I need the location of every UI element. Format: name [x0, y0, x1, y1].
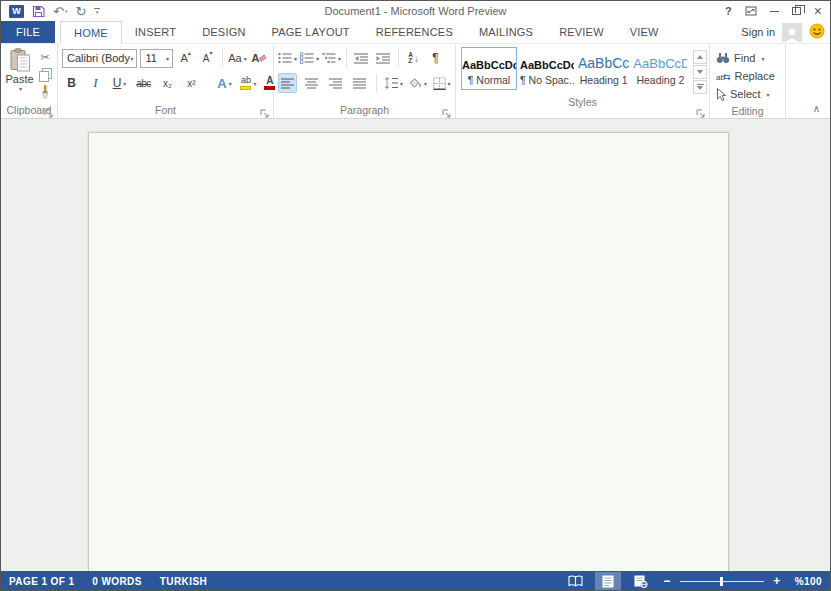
tab-home[interactable]: HOME [60, 21, 122, 44]
style-no-spacing[interactable]: AaBbCcDc ¶ No Spac... [519, 47, 575, 90]
collapse-ribbon-button[interactable]: ∧ [813, 103, 820, 114]
tab-review[interactable]: REVIEW [546, 21, 617, 43]
multilevel-list-button[interactable]: ▾ [322, 48, 341, 68]
close-button[interactable]: × [814, 6, 822, 17]
style-preview: AaBbCcD [633, 56, 687, 71]
style-heading-2[interactable]: AaBbCcD Heading 2 [632, 47, 688, 90]
dialog-launcher-icon [442, 109, 452, 119]
styles-scroll-down-button[interactable] [693, 65, 707, 79]
word-logo-icon[interactable]: W [9, 5, 24, 18]
web-layout-button[interactable] [628, 572, 654, 590]
style-heading-1[interactable]: AaBbCc Heading 1 [577, 47, 630, 90]
document-canvas [1, 119, 830, 571]
document-page[interactable] [88, 132, 729, 571]
align-center-button[interactable] [302, 73, 321, 93]
shading-button[interactable]: ▾ [408, 73, 427, 93]
tab-mailings[interactable]: MAILINGS [466, 21, 546, 43]
replace-button[interactable]: ab⇆ Replace [714, 67, 781, 85]
align-left-button[interactable] [278, 73, 297, 93]
font-name-combo[interactable]: Calibri (Body) ▾ [62, 49, 137, 68]
text-effects-letter: A [217, 76, 226, 91]
styles-scroll-up-button[interactable] [693, 50, 707, 64]
superscript-button[interactable]: x² [182, 73, 201, 93]
borders-button[interactable]: ▾ [432, 73, 451, 93]
avatar[interactable] [782, 23, 802, 42]
customize-qat-button[interactable]: ▾ [94, 8, 100, 14]
tab-design[interactable]: DESIGN [189, 21, 258, 43]
italic-button[interactable]: I [86, 73, 105, 93]
tab-view[interactable]: VIEW [617, 21, 672, 43]
paste-button[interactable]: Paste ▾ [5, 48, 34, 102]
undo-button[interactable]: ↶ ▾ [53, 5, 67, 18]
tab-references[interactable]: REFERENCES [363, 21, 466, 43]
page-indicator[interactable]: PAGE 1 OF 1 [9, 576, 74, 587]
font-dialog-launcher[interactable] [260, 105, 270, 115]
shrink-font-button[interactable]: A ▾ [198, 48, 217, 68]
underline-letter: U [113, 76, 122, 90]
chevron-down-icon: ▾ [294, 55, 297, 62]
word-count[interactable]: 0 WORDS [92, 576, 141, 587]
highlight-letters: ab [241, 76, 251, 85]
underline-button[interactable]: U ▾ [110, 73, 129, 93]
zoom-level[interactable]: %100 [790, 576, 822, 587]
grow-font-button[interactable]: A ▴ [176, 48, 195, 68]
cursor-arrow-icon [716, 88, 726, 101]
format-painter-button[interactable] [37, 85, 53, 98]
justify-button[interactable] [350, 73, 369, 93]
line-spacing-button[interactable]: ▾ [384, 73, 403, 93]
zoom-out-button[interactable]: − [661, 574, 673, 588]
sign-in-link[interactable]: Sign in [741, 26, 775, 38]
font-size-combo[interactable]: 11 ▾ [140, 49, 173, 68]
find-button[interactable]: Find ▾ [714, 49, 781, 67]
zoom-in-button[interactable]: + [771, 574, 783, 588]
clear-formatting-button[interactable]: A [250, 48, 269, 68]
highlight-icon: ab [240, 76, 251, 90]
restore-button[interactable] [792, 7, 801, 15]
help-button[interactable]: ? [725, 6, 732, 17]
minimize-button[interactable] [770, 11, 779, 12]
style-normal[interactable]: AaBbCcDc ¶ Normal [461, 47, 517, 90]
paragraph-dialog-launcher[interactable] [442, 105, 452, 115]
copy-button[interactable] [37, 68, 53, 81]
numbering-button[interactable]: ▾ [300, 48, 319, 68]
tab-file[interactable]: FILE [1, 21, 55, 43]
text-effects-button[interactable]: A ▾ [215, 73, 234, 93]
paste-label: Paste [5, 73, 33, 85]
bullets-button[interactable]: ▾ [278, 48, 297, 68]
copy-icon [39, 68, 52, 82]
feedback-smiley-button[interactable] [809, 23, 825, 41]
replace-label: Replace [734, 70, 774, 82]
sort-button[interactable]: A Z ↓ [404, 48, 423, 68]
redo-button[interactable]: ↻ [75, 5, 86, 18]
cut-button[interactable]: ✂ [37, 51, 53, 64]
clipboard-icon [9, 48, 31, 72]
read-mode-button[interactable] [562, 572, 588, 590]
text-highlight-button[interactable]: ab ▾ [239, 73, 258, 93]
tab-insert[interactable]: INSERT [122, 21, 189, 43]
clipboard-dialog-launcher[interactable] [44, 105, 54, 115]
select-button[interactable]: Select ▾ [714, 85, 781, 103]
zoom-slider[interactable] [680, 581, 764, 582]
language-indicator[interactable]: TURKISH [160, 576, 207, 587]
styles-dialog-launcher[interactable] [696, 105, 706, 115]
zoom-slider-thumb[interactable] [720, 577, 723, 586]
styles-more-button[interactable] [693, 80, 707, 94]
group-editing: Find ▾ ab⇆ Replace Select ▾ Editing [710, 44, 786, 118]
decrease-indent-button[interactable] [352, 48, 371, 68]
fullscreen-icon [745, 6, 757, 16]
increase-indent-button[interactable] [374, 48, 393, 68]
align-right-button[interactable] [326, 73, 345, 93]
smiley-icon [809, 23, 825, 39]
line-spacing-icon [384, 77, 398, 89]
subscript-button[interactable]: x₂ [158, 73, 177, 93]
show-hide-marks-button[interactable]: ¶ [426, 48, 445, 68]
save-button[interactable] [32, 5, 45, 18]
clear-formatting-letter: A [252, 52, 260, 64]
auto-hide-ribbon-button[interactable] [745, 6, 757, 16]
print-layout-button[interactable] [595, 572, 621, 590]
bold-button[interactable]: B [62, 73, 81, 93]
tab-page-layout[interactable]: PAGE LAYOUT [259, 21, 363, 43]
change-case-button[interactable]: Aa ▾ [228, 48, 247, 68]
person-icon [785, 27, 799, 42]
strikethrough-button[interactable]: abc [134, 73, 153, 93]
